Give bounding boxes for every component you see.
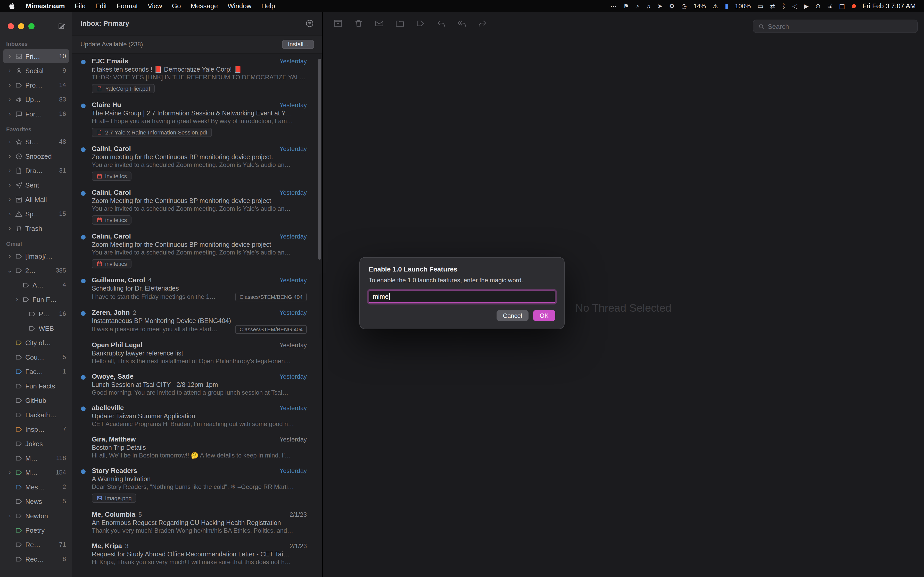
wifi-icon[interactable]: ≋	[827, 2, 832, 10]
sidebar-item[interactable]: › [Imap]/…	[3, 249, 69, 263]
disclosure-chevron-icon[interactable]: ›	[7, 225, 12, 232]
sidebar-item[interactable]: Mes… 2	[3, 480, 69, 494]
email-row[interactable]: Me, Columbia 5 2/1/23 An Enormous Reques…	[72, 507, 322, 538]
scrollbar-thumb[interactable]	[318, 59, 321, 259]
bluetooth-icon[interactable]: ᛒ	[782, 2, 785, 10]
disclosure-chevron-icon[interactable]: ›	[7, 512, 12, 519]
control-center-icon[interactable]: ◫	[839, 2, 845, 10]
window-close-button[interactable]	[8, 23, 14, 29]
compose-icon[interactable]	[57, 22, 66, 31]
sidebar-item[interactable]: Fac… 1	[3, 364, 69, 379]
email-row[interactable]: Claire Hu Yesterday The Raine Group | 2.…	[72, 97, 322, 141]
camera-icon[interactable]: ⊙	[815, 2, 821, 10]
sidebar-item[interactable]: › Pro… 14	[3, 78, 69, 92]
label-icon[interactable]	[415, 19, 425, 28]
disclosure-chevron-icon[interactable]: ›	[7, 110, 12, 118]
sidebar-item[interactable]: › All Mail	[3, 192, 69, 206]
install-update-button[interactable]: Install...	[282, 40, 314, 49]
forward-icon[interactable]	[478, 19, 487, 28]
attachment-chip[interactable]: image.png	[92, 493, 136, 503]
disclosure-chevron-icon[interactable]: ⌄	[7, 267, 12, 274]
disclosure-chevron-icon[interactable]: ›	[7, 138, 12, 145]
sidebar-item[interactable]: › Newton	[3, 508, 69, 523]
attachment-chip[interactable]: 2.7 Yale x Raine Information Session.pdf	[92, 128, 212, 137]
music-icon[interactable]: ♫	[646, 2, 651, 10]
email-row[interactable]: Guillaume, Carol 4 Yesterday Scheduling …	[72, 272, 322, 305]
menu-item[interactable]: Format	[116, 2, 138, 10]
sidebar-item[interactable]: P… 16	[3, 306, 69, 321]
timer-icon[interactable]: ◷	[682, 2, 687, 10]
reply-all-icon[interactable]	[457, 19, 467, 28]
sidebar-item[interactable]: WEB	[3, 321, 69, 335]
menu-item[interactable]: Edit	[95, 2, 107, 10]
email-row[interactable]: Story Readers Yesterday A Warming Invita…	[72, 463, 322, 507]
disclosure-chevron-icon[interactable]: ›	[7, 81, 12, 89]
disclosure-chevron-icon[interactable]: ›	[7, 53, 12, 60]
email-row[interactable]: Zeren, John 2 Yesterday Instantaneous BP…	[72, 305, 322, 337]
email-row[interactable]: Calini, Carol Yesterday Zoom Meeting for…	[72, 185, 322, 229]
sidebar-item[interactable]: A… 4	[3, 278, 69, 292]
menu-bar-clock[interactable]: Fri Feb 3 7:07 AM	[863, 2, 916, 10]
volume-icon[interactable]: ◁	[792, 2, 797, 10]
email-row[interactable]: Me, Kripa 3 2/1/23 Request for Study Abr…	[72, 538, 322, 570]
email-row[interactable]: Calini, Carol Yesterday Zoom Meeting for…	[72, 229, 322, 272]
display-icon[interactable]: ▮	[725, 2, 729, 10]
menu-item[interactable]: File	[75, 2, 86, 10]
trash-icon[interactable]	[354, 19, 363, 28]
sidebar-item[interactable]: › Up… 83	[3, 92, 69, 106]
sync-icon[interactable]: ⇄	[770, 2, 775, 10]
sidebar-item[interactable]: › Pri… 10	[3, 49, 69, 63]
sidebar-item[interactable]: Poetry	[3, 523, 69, 537]
reply-icon[interactable]	[436, 19, 446, 28]
disclosure-chevron-icon[interactable]: ›	[7, 196, 12, 203]
sidebar-item[interactable]: Jokes	[3, 436, 69, 451]
sidebar-item[interactable]: › Trash	[3, 221, 69, 235]
menu-item[interactable]: Message	[191, 2, 218, 10]
sidebar-item[interactable]: Insp… 7	[3, 422, 69, 436]
sidebar-item[interactable]: ⌄ 2… 385	[3, 263, 69, 278]
battery-percent[interactable]: 100%	[735, 2, 751, 10]
app-menu[interactable]: Mimestream	[26, 2, 65, 10]
sidebar-item[interactable]: › Snoozed	[3, 149, 69, 163]
attachment-chip[interactable]: invite.ics	[92, 172, 131, 181]
sidebar-item[interactable]: › St… 48	[3, 134, 69, 149]
sidebar-item[interactable]: › Fun F…	[3, 292, 69, 306]
email-row[interactable]: Gira, Matthew Yesterday Boston Trip Deta…	[72, 432, 322, 463]
move-to-folder-icon[interactable]	[395, 19, 405, 28]
disclosure-chevron-icon[interactable]: ›	[7, 67, 12, 74]
sidebar-item[interactable]: › Sent	[3, 178, 69, 192]
sidebar-item[interactable]: › Dra… 31	[3, 163, 69, 178]
cancel-button[interactable]: Cancel	[497, 310, 528, 321]
disclosure-chevron-icon[interactable]: ›	[15, 296, 19, 303]
ok-button[interactable]: OK	[533, 310, 555, 321]
email-row[interactable]: EJC Emails Yesterday it takes ten second…	[72, 53, 322, 97]
sidebar-item[interactable]: Re… 71	[3, 537, 69, 552]
sidebar-item[interactable]: › Social 9	[3, 63, 69, 78]
battery-icon[interactable]: ▭	[758, 2, 763, 10]
bookmark-icon[interactable]: ⚑	[623, 2, 629, 10]
battery-percent-small[interactable]: 14%	[693, 2, 706, 10]
email-row[interactable]: abelleville Yesterday Update: Taiwan Sum…	[72, 400, 322, 432]
ellipsis-icon[interactable]: ⋯	[610, 2, 616, 10]
sidebar-item[interactable]: Cou… 5	[3, 350, 69, 364]
magic-word-input[interactable]: mime	[369, 290, 555, 303]
warning-icon[interactable]: ⚠	[712, 2, 718, 10]
attachment-chip[interactable]: invite.ics	[92, 215, 131, 225]
sidebar-item[interactable]: News 5	[3, 494, 69, 508]
mark-unread-icon[interactable]	[374, 19, 384, 28]
sidebar-item[interactable]: › Sp… 15	[3, 206, 69, 221]
sidebar-item[interactable]: › M… 154	[3, 465, 69, 480]
disclosure-chevron-icon[interactable]: ›	[7, 96, 12, 103]
pointer-icon[interactable]: ➤	[657, 2, 662, 10]
menu-item[interactable]: Window	[228, 2, 252, 10]
gear-icon[interactable]: ⚙	[669, 2, 675, 10]
play-icon[interactable]: ▶	[804, 2, 809, 10]
archive-icon[interactable]	[333, 19, 343, 28]
sidebar-item[interactable]: Rec… 8	[3, 552, 69, 566]
menu-item[interactable]: Go	[172, 2, 181, 10]
disclosure-chevron-icon[interactable]: ›	[7, 167, 12, 174]
attachment-chip[interactable]: YaleCorp Flier.pdf	[92, 84, 155, 93]
sidebar-item[interactable]: Fun Facts	[3, 379, 69, 393]
attachment-chip[interactable]: invite.ics	[92, 259, 131, 268]
sidebar-item[interactable]: M… 118	[3, 451, 69, 465]
